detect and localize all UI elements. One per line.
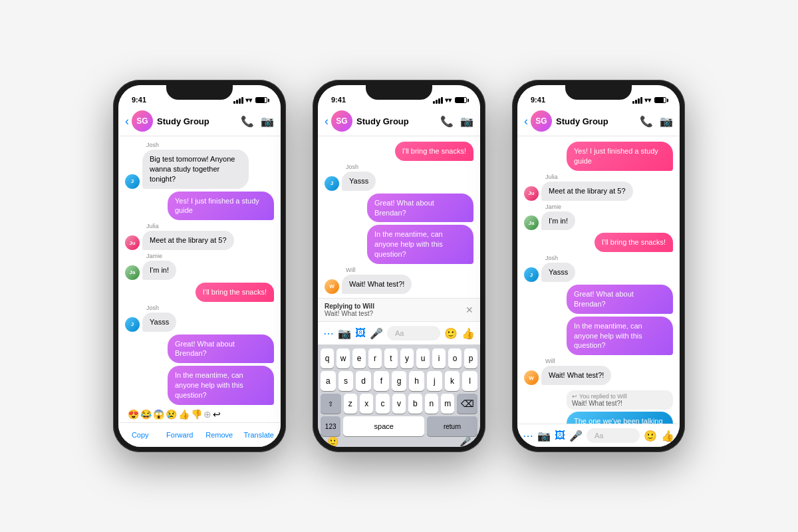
key-k[interactable]: k [445, 371, 460, 391]
reply-arrow-icon: ↩ [572, 393, 577, 400]
bubble-row: J Big test tomorrow! Anyone wanna study … [125, 150, 274, 189]
reactions-row[interactable]: 😍 😂 😱 😢 👍 👎 ⊕ ↩ [125, 408, 274, 421]
bubble-row: Ju Meet at the library at 5? [524, 182, 673, 201]
reply-quote-label: You replied to Will [579, 393, 627, 400]
reaction-emoji[interactable]: 😂 [140, 409, 152, 420]
time-1: 9:41 [132, 96, 146, 104]
key-w[interactable]: w [336, 348, 350, 368]
video-icon-1[interactable]: 📷 [261, 115, 274, 128]
bubble-row: Ju Meet at the library at 5? [125, 231, 274, 250]
message-bubble: Wait! What test?! [342, 275, 412, 294]
mic-icon-3[interactable]: 🎤 [569, 430, 583, 442]
reaction-emoji[interactable]: 👍 [178, 409, 190, 420]
emoji-icon-3[interactable]: 🙂 [644, 430, 657, 442]
bubble-row: W Wait! What test?! [325, 275, 473, 294]
key-x[interactable]: x [360, 394, 373, 414]
camera-icon-2[interactable]: 📷 [338, 327, 351, 340]
sender-label: Josh [146, 305, 274, 311]
reply-quote-text: Wait! What test?! [572, 400, 668, 407]
apps-icon-2[interactable]: ⋯ [323, 327, 334, 340]
key-a[interactable]: a [321, 371, 336, 391]
key-shift[interactable]: ⇧ [321, 394, 341, 414]
key-r[interactable]: r [368, 348, 382, 368]
chat-header-3: ‹ SG Study Group 📞 📷 [517, 106, 680, 136]
bubble-row: Great! What about Brendan? [524, 285, 673, 314]
key-123[interactable]: 123 [321, 416, 340, 436]
mic-keyboard-icon[interactable]: 🎤 [460, 436, 471, 447]
back-button-1[interactable]: ‹ [125, 114, 129, 128]
emoji-icon-2[interactable]: 🙂 [444, 327, 458, 340]
key-p[interactable]: p [464, 348, 477, 368]
key-z[interactable]: z [344, 394, 357, 414]
close-reply-button[interactable]: ✕ [466, 305, 473, 315]
chat-name-1: Study Group [157, 116, 241, 126]
list-item: I'll bring the snacks! [524, 233, 673, 252]
wifi-icon-3: ▾▾ [644, 96, 651, 104]
key-i[interactable]: i [432, 348, 446, 368]
key-space[interactable]: space [343, 416, 424, 436]
call-icon-1[interactable]: 📞 [241, 115, 254, 128]
key-u[interactable]: u [416, 348, 430, 368]
camera-icon-3[interactable]: 📷 [537, 430, 551, 442]
key-g[interactable]: g [392, 371, 407, 391]
key-m[interactable]: m [441, 394, 454, 414]
video-icon-3[interactable]: 📷 [660, 115, 673, 128]
message-input-3[interactable]: Aa [587, 428, 640, 443]
key-j[interactable]: j [427, 371, 442, 391]
bubble-row: Great! What about Brendan? [325, 194, 473, 223]
bubble-row: In the meantime, can anyone help with th… [125, 366, 274, 405]
image-icon-3[interactable]: 🖼 [555, 430, 565, 442]
key-n[interactable]: n [425, 394, 438, 414]
image-icon-2[interactable]: 🖼 [355, 327, 366, 339]
time-3: 9:41 [531, 96, 545, 104]
translate-button[interactable]: Translate [240, 428, 279, 442]
key-d[interactable]: d [356, 371, 371, 391]
key-delete[interactable]: ⌫ [457, 394, 477, 414]
key-s[interactable]: s [338, 371, 354, 391]
notch-3 [565, 85, 632, 100]
reply-icon[interactable]: ↩ [213, 409, 221, 420]
like-icon-3[interactable]: 👍 [661, 430, 674, 442]
key-h[interactable]: h [409, 371, 424, 391]
remove-button[interactable]: Remove [200, 428, 239, 442]
key-t[interactable]: t [384, 348, 398, 368]
reaction-emoji[interactable]: 😢 [166, 409, 177, 420]
reaction-emoji[interactable]: 👎 [191, 409, 202, 420]
copy-button[interactable]: Copy [121, 428, 160, 442]
message-bubble: Meet at the library at 5? [142, 231, 234, 250]
message-bubble: Yasss [541, 263, 575, 282]
call-icon-2[interactable]: 📞 [440, 115, 454, 128]
reaction-emoji[interactable]: 😍 [128, 409, 139, 420]
list-item: Yes! I just finished a study guide [524, 142, 673, 171]
call-icon-3[interactable]: 📞 [640, 115, 653, 128]
list-item: Jamie Ja I'm in! [524, 203, 673, 231]
key-q[interactable]: q [321, 348, 334, 368]
back-button-3[interactable]: ‹ [524, 114, 528, 128]
keyboard-row: a s d f g h j k l [321, 371, 477, 391]
avatar: Ja [125, 265, 140, 280]
keyboard-row: q w e r t y u i o p [321, 348, 477, 368]
avatar: Ju [524, 186, 539, 201]
emoji-keyboard-icon[interactable]: 🙂 [327, 436, 338, 447]
key-v[interactable]: v [392, 394, 406, 414]
mic-icon-2[interactable]: 🎤 [370, 327, 383, 340]
forward-button[interactable]: Forward [161, 428, 200, 442]
key-o[interactable]: o [448, 348, 462, 368]
message-input-2[interactable]: Aa [387, 326, 440, 340]
like-icon-2[interactable]: 👍 [462, 327, 475, 340]
key-y[interactable]: y [400, 348, 414, 368]
apps-icon-3[interactable]: ⋯ [523, 430, 533, 442]
reaction-emoji[interactable]: 😱 [153, 409, 164, 420]
more-reactions-icon[interactable]: ⊕ [203, 409, 211, 420]
key-l[interactable]: l [462, 371, 477, 391]
list-item: Julia Ju Meet at the library at 5? [125, 223, 274, 250]
key-e[interactable]: e [352, 348, 366, 368]
key-f[interactable]: f [374, 371, 389, 391]
message-bubble: Yes! I just finished a study guide [567, 142, 673, 171]
key-b[interactable]: b [408, 394, 422, 414]
video-icon-2[interactable]: 📷 [460, 115, 473, 128]
message-bubble: Great! What about Brendan? [367, 194, 473, 223]
back-button-2[interactable]: ‹ [325, 114, 329, 128]
key-c[interactable]: c [376, 394, 389, 414]
key-return[interactable]: return [427, 416, 477, 436]
